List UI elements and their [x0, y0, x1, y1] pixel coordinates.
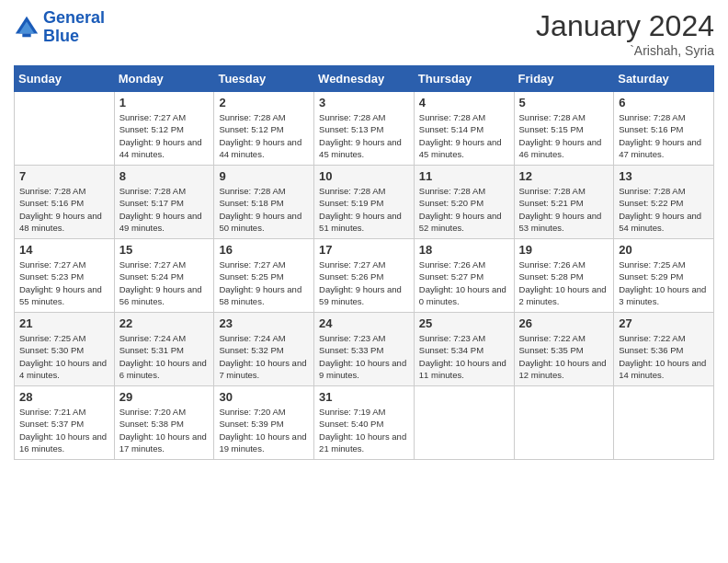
day-number: 25	[419, 316, 509, 330]
day-number: 14	[19, 243, 109, 257]
week-row-1: 1Sunrise: 7:27 AM Sunset: 5:12 PM Daylig…	[15, 92, 714, 166]
header-tuesday: Tuesday	[214, 66, 314, 92]
cell-w4-d6: 26Sunrise: 7:22 AM Sunset: 5:35 PM Dayli…	[514, 313, 614, 386]
day-number: 24	[319, 316, 409, 330]
day-info: Sunrise: 7:28 AM Sunset: 5:20 PM Dayligh…	[419, 185, 509, 234]
cell-w2-d7: 13Sunrise: 7:28 AM Sunset: 5:22 PM Dayli…	[614, 166, 714, 239]
day-number: 15	[119, 243, 210, 257]
header-sunday: Sunday	[15, 66, 115, 92]
calendar-table: Sunday Monday Tuesday Wednesday Thursday…	[14, 65, 714, 460]
cell-w5-d2: 29Sunrise: 7:20 AM Sunset: 5:38 PM Dayli…	[114, 386, 214, 460]
cell-w2-d2: 8Sunrise: 7:28 AM Sunset: 5:17 PM Daylig…	[114, 166, 214, 239]
cell-w4-d1: 21Sunrise: 7:25 AM Sunset: 5:30 PM Dayli…	[15, 313, 115, 386]
day-info: Sunrise: 7:23 AM Sunset: 5:33 PM Dayligh…	[319, 332, 409, 381]
logo-icon	[14, 15, 40, 40]
cell-w3-d7: 20Sunrise: 7:25 AM Sunset: 5:29 PM Dayli…	[614, 239, 714, 313]
day-info: Sunrise: 7:21 AM Sunset: 5:37 PM Dayligh…	[19, 406, 109, 454]
day-info: Sunrise: 7:28 AM Sunset: 5:18 PM Dayligh…	[219, 185, 309, 234]
day-info: Sunrise: 7:28 AM Sunset: 5:15 PM Dayligh…	[519, 111, 609, 160]
cell-w3-d4: 17Sunrise: 7:27 AM Sunset: 5:26 PM Dayli…	[314, 239, 415, 313]
day-info: Sunrise: 7:27 AM Sunset: 5:25 PM Dayligh…	[219, 259, 309, 307]
day-number: 2	[219, 96, 309, 109]
day-number: 18	[419, 243, 509, 257]
day-info: Sunrise: 7:25 AM Sunset: 5:29 PM Dayligh…	[619, 259, 709, 307]
day-info: Sunrise: 7:22 AM Sunset: 5:36 PM Dayligh…	[619, 332, 709, 381]
day-info: Sunrise: 7:27 AM Sunset: 5:23 PM Dayligh…	[19, 259, 109, 307]
header: General Blue January 2024 `Arishah, Syri…	[14, 9, 714, 58]
cell-w2-d6: 12Sunrise: 7:28 AM Sunset: 5:21 PM Dayli…	[514, 166, 614, 239]
day-number: 1	[119, 96, 210, 109]
cell-w4-d4: 24Sunrise: 7:23 AM Sunset: 5:33 PM Dayli…	[314, 313, 415, 386]
logo-line2: Blue	[43, 27, 79, 45]
cell-w3-d2: 15Sunrise: 7:27 AM Sunset: 5:24 PM Dayli…	[114, 239, 214, 313]
day-info: Sunrise: 7:20 AM Sunset: 5:39 PM Dayligh…	[219, 406, 309, 454]
cell-w1-d7: 6Sunrise: 7:28 AM Sunset: 5:16 PM Daylig…	[614, 92, 714, 166]
day-info: Sunrise: 7:22 AM Sunset: 5:35 PM Dayligh…	[519, 332, 609, 381]
day-number: 8	[119, 169, 210, 183]
day-info: Sunrise: 7:28 AM Sunset: 5:14 PM Dayligh…	[419, 111, 509, 160]
day-number: 20	[619, 243, 709, 257]
day-number: 16	[219, 243, 309, 257]
day-number: 23	[219, 316, 309, 330]
page: General Blue January 2024 `Arishah, Syri…	[0, 0, 728, 563]
month-title: January 2024	[536, 9, 714, 43]
day-info: Sunrise: 7:24 AM Sunset: 5:31 PM Dayligh…	[119, 332, 210, 381]
day-number: 22	[119, 316, 210, 330]
day-number: 29	[119, 390, 210, 404]
day-number: 12	[519, 169, 609, 183]
week-row-3: 14Sunrise: 7:27 AM Sunset: 5:23 PM Dayli…	[15, 239, 714, 313]
day-info: Sunrise: 7:28 AM Sunset: 5:12 PM Dayligh…	[219, 111, 309, 160]
cell-w2-d1: 7Sunrise: 7:28 AM Sunset: 5:16 PM Daylig…	[15, 166, 115, 239]
cell-w2-d5: 11Sunrise: 7:28 AM Sunset: 5:20 PM Dayli…	[414, 166, 514, 239]
day-number: 13	[619, 169, 709, 183]
logo-line1: General	[43, 8, 105, 27]
cell-w5-d5	[414, 386, 514, 460]
day-number: 11	[419, 169, 509, 183]
day-info: Sunrise: 7:27 AM Sunset: 5:12 PM Dayligh…	[119, 111, 210, 160]
day-number: 9	[219, 169, 309, 183]
day-info: Sunrise: 7:28 AM Sunset: 5:17 PM Dayligh…	[119, 185, 210, 234]
day-number: 4	[419, 96, 509, 109]
day-info: Sunrise: 7:24 AM Sunset: 5:32 PM Dayligh…	[219, 332, 309, 381]
day-info: Sunrise: 7:27 AM Sunset: 5:24 PM Dayligh…	[119, 259, 210, 307]
title-block: January 2024 `Arishah, Syria	[536, 9, 714, 58]
day-number: 31	[319, 390, 409, 404]
cell-w1-d3: 2Sunrise: 7:28 AM Sunset: 5:12 PM Daylig…	[214, 92, 314, 166]
cell-w1-d2: 1Sunrise: 7:27 AM Sunset: 5:12 PM Daylig…	[114, 92, 214, 166]
header-monday: Monday	[114, 66, 214, 92]
day-number: 30	[219, 390, 309, 404]
week-row-2: 7Sunrise: 7:28 AM Sunset: 5:16 PM Daylig…	[15, 166, 714, 239]
day-number: 26	[519, 316, 609, 330]
day-info: Sunrise: 7:28 AM Sunset: 5:16 PM Dayligh…	[19, 185, 109, 234]
cell-w5-d4: 31Sunrise: 7:19 AM Sunset: 5:40 PM Dayli…	[314, 386, 415, 460]
cell-w1-d5: 4Sunrise: 7:28 AM Sunset: 5:14 PM Daylig…	[414, 92, 514, 166]
header-wednesday: Wednesday	[314, 66, 415, 92]
day-info: Sunrise: 7:23 AM Sunset: 5:34 PM Dayligh…	[419, 332, 509, 381]
header-friday: Friday	[514, 66, 614, 92]
header-saturday: Saturday	[614, 66, 714, 92]
cell-w1-d4: 3Sunrise: 7:28 AM Sunset: 5:13 PM Daylig…	[314, 92, 415, 166]
cell-w3-d6: 19Sunrise: 7:26 AM Sunset: 5:28 PM Dayli…	[514, 239, 614, 313]
cell-w1-d6: 5Sunrise: 7:28 AM Sunset: 5:15 PM Daylig…	[514, 92, 614, 166]
cell-w5-d1: 28Sunrise: 7:21 AM Sunset: 5:37 PM Dayli…	[15, 386, 115, 460]
cell-w4-d3: 23Sunrise: 7:24 AM Sunset: 5:32 PM Dayli…	[214, 313, 314, 386]
cell-w5-d3: 30Sunrise: 7:20 AM Sunset: 5:39 PM Dayli…	[214, 386, 314, 460]
cell-w4-d5: 25Sunrise: 7:23 AM Sunset: 5:34 PM Dayli…	[414, 313, 514, 386]
day-info: Sunrise: 7:28 AM Sunset: 5:16 PM Dayligh…	[619, 111, 709, 160]
day-info: Sunrise: 7:28 AM Sunset: 5:22 PM Dayligh…	[619, 185, 709, 234]
day-number: 6	[619, 96, 709, 109]
svg-rect-2	[22, 33, 30, 37]
day-number: 3	[319, 96, 409, 109]
day-info: Sunrise: 7:19 AM Sunset: 5:40 PM Dayligh…	[319, 406, 409, 454]
location: `Arishah, Syria	[536, 43, 714, 58]
header-row: Sunday Monday Tuesday Wednesday Thursday…	[15, 66, 714, 92]
cell-w1-d1	[15, 92, 115, 166]
cell-w4-d2: 22Sunrise: 7:24 AM Sunset: 5:31 PM Dayli…	[114, 313, 214, 386]
day-info: Sunrise: 7:26 AM Sunset: 5:27 PM Dayligh…	[419, 259, 509, 307]
cell-w5-d6	[514, 386, 614, 460]
cell-w3-d5: 18Sunrise: 7:26 AM Sunset: 5:27 PM Dayli…	[414, 239, 514, 313]
week-row-5: 28Sunrise: 7:21 AM Sunset: 5:37 PM Dayli…	[15, 386, 714, 460]
day-number: 27	[619, 316, 709, 330]
logo-text: General Blue	[43, 9, 105, 46]
calendar-header: Sunday Monday Tuesday Wednesday Thursday…	[15, 66, 714, 92]
